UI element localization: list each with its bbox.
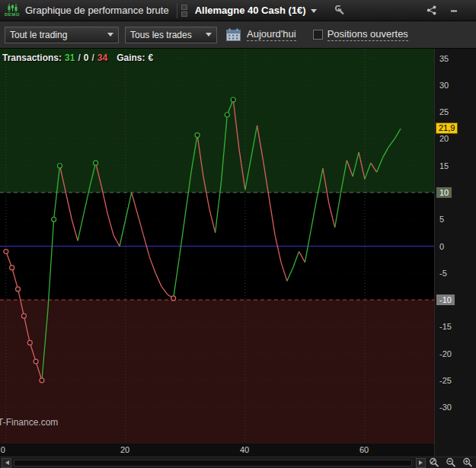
y-tick-label: -10 — [436, 294, 455, 305]
y-tick-label: 5 — [439, 214, 444, 224]
y-tick-label: 25 — [439, 107, 449, 117]
titlebar-divider — [177, 3, 177, 18]
x-tick-label: 0 — [1, 445, 5, 454]
share-icon — [426, 5, 436, 15]
y-tick-label: 0 — [439, 241, 444, 252]
demo-badge: DEMO — [5, 12, 20, 18]
y-tick-label: 20 — [439, 133, 449, 144]
share-button[interactable] — [425, 4, 438, 17]
settings-wrench-button[interactable] — [332, 4, 346, 18]
current-value-badge: 21,9 — [436, 123, 458, 134]
filter-toolbar: Tout le trading Tous les trades Aujourd'… — [0, 21, 476, 49]
y-axis[interactable]: 35302520151050-5-10-15-20-25-3021,9 — [434, 49, 476, 457]
scroll-left-button[interactable] — [2, 458, 11, 468]
minimize-button[interactable] — [449, 5, 459, 16]
y-tick-label: -15 — [439, 321, 452, 332]
open-positions-checkbox[interactable] — [313, 30, 323, 40]
calendar-icon — [226, 28, 241, 41]
zoom-in-button[interactable] — [459, 458, 476, 468]
window-title: Graphique de performance brute — [25, 5, 169, 16]
arrow-right-icon — [419, 460, 425, 465]
scrollbar-track[interactable] — [14, 460, 412, 466]
arrow-left-icon — [3, 460, 9, 465]
equity-curve-plot — [0, 49, 434, 444]
chevron-down-icon — [311, 9, 317, 16]
y-tick-label: -5 — [439, 268, 447, 279]
zoom-out-button[interactable] — [442, 458, 459, 468]
trades-filter-value: Tous les trades — [130, 30, 192, 40]
titlebar: DEMO Graphique de performance brute Alle… — [0, 0, 476, 21]
y-tick-label: 30 — [439, 80, 449, 91]
equity-curve-chart[interactable]: Transactions: 31 / 0 / 34 Gains: € T-Fin… — [0, 49, 434, 444]
chevron-down-icon — [206, 33, 212, 40]
y-tick-label: 35 — [439, 53, 449, 64]
x-tick-label: 40 — [240, 445, 249, 454]
x-tick-label: 20 — [120, 445, 129, 454]
chevron-down-icon — [107, 33, 113, 40]
open-positions-label[interactable]: Positions ouvertes — [327, 28, 408, 41]
today-label[interactable]: Aujourd'hui — [247, 28, 296, 41]
zoom-fit-button[interactable] — [426, 458, 442, 468]
app-logo: DEMO — [2, 4, 22, 18]
y-tick-label: 10 — [436, 187, 452, 198]
panel-dock-icons[interactable] — [181, 5, 187, 17]
scroll-right-button[interactable] — [416, 458, 426, 468]
x-tick-label: 60 — [359, 445, 369, 454]
zoom-in-icon — [462, 457, 474, 468]
y-tick-label: -25 — [439, 375, 452, 386]
y-tick-label: -20 — [439, 349, 452, 359]
bottom-scrollbar — [0, 457, 476, 468]
candlestick-logo-icon — [7, 4, 18, 12]
calendar-button[interactable] — [225, 27, 242, 43]
performance-window: DEMO Graphique de performance brute Alle… — [0, 0, 476, 468]
trades-filter-select[interactable]: Tous les trades — [125, 27, 217, 43]
zoom-out-icon — [446, 457, 457, 468]
trading-scope-value: Tout le trading — [10, 30, 67, 40]
trading-scope-select[interactable]: Tout le trading — [5, 27, 119, 43]
instrument-name: Allemagne 40 Cash (1€) — [195, 5, 306, 16]
zoom-fit-icon — [429, 457, 440, 468]
x-axis[interactable]: 0204060 — [0, 444, 434, 457]
instrument-selector[interactable]: Allemagne 40 Cash (1€) — [195, 5, 317, 16]
y-tick-label: -30 — [439, 402, 452, 412]
y-tick-label: 15 — [439, 161, 449, 171]
minimize-icon — [450, 7, 458, 14]
wrench-icon — [334, 5, 344, 16]
